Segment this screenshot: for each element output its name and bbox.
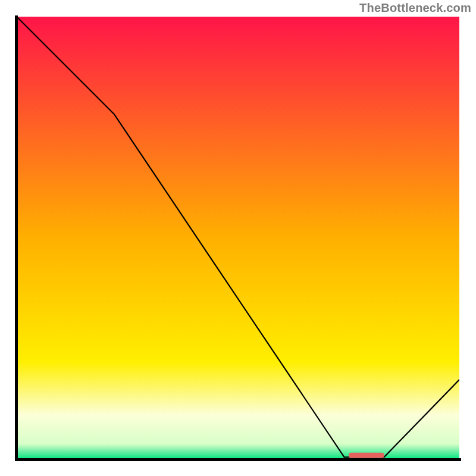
y-axis bbox=[15, 15, 18, 461]
x-axis bbox=[15, 458, 461, 461]
chart-container: TheBottleneck.com bbox=[0, 0, 476, 476]
marker-segment bbox=[349, 453, 384, 458]
plot-area bbox=[17, 17, 459, 459]
watermark-text: TheBottleneck.com bbox=[359, 1, 471, 15]
plot-svg bbox=[17, 17, 459, 459]
